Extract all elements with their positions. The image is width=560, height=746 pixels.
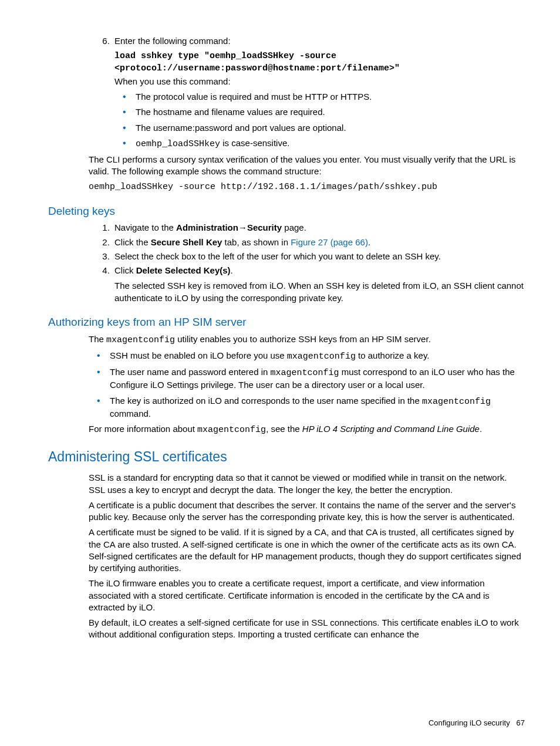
text: utility enables you to authorize SSH key… — [175, 334, 431, 344]
heading-administering-ssl: Administering SSL certificates — [48, 448, 525, 466]
cli-paragraph: The CLI performs a cursory syntax verifi… — [89, 154, 525, 178]
deleting-step-1: Navigate to the Administration→Security … — [112, 222, 525, 234]
text: Navigate to the — [114, 222, 176, 232]
italic-guide-title: HP iLO 4 Scripting and Command Line Guid… — [302, 424, 480, 434]
ssl-para-2: A certificate is a public document that … — [89, 499, 525, 524]
text: The user name and password entered in — [110, 367, 271, 377]
code-oemhp: oemhp_loadSSHkey — [136, 139, 220, 149]
command-line-2: <protocol://username:password@hostname:p… — [114, 63, 525, 75]
heading-authorizing-keys: Authorizing keys from an HP SIM server — [48, 315, 525, 330]
authorizing-more-info: For more information about mxagentconfig… — [89, 423, 525, 436]
command-line-1: load sshkey type "oemhp_loadSSHkey -sour… — [114, 50, 525, 62]
footer-page-number: 67 — [517, 718, 525, 727]
auth-bullet-1: SSH must be enabled on iLO before you us… — [107, 350, 525, 363]
text: SSH must be enabled on iLO before you us… — [110, 350, 287, 360]
text: . — [368, 237, 370, 247]
auth-bullet-2: The user name and password entered in mx… — [107, 366, 525, 391]
bold-secure-shell-key: Secure Shell Key — [151, 237, 222, 247]
deleting-step-4-para: The selected SSH key is removed from iLO… — [114, 280, 525, 304]
ssl-para-3: A certificate must be signed to be valid… — [89, 526, 525, 574]
authorizing-bullet-list: SSH must be enabled on iLO before you us… — [89, 350, 525, 420]
bullet-protocol: The protocol value is required and must … — [133, 91, 525, 103]
text: , see the — [266, 424, 302, 434]
body-column: Enter the following command: load sshkey… — [89, 35, 525, 641]
text: The — [89, 334, 106, 344]
deleting-step-2: Click the Secure Shell Key tab, as shown… — [112, 237, 525, 248]
ssl-para-1: SSL is a standard for encrypting data so… — [89, 472, 525, 496]
text: page. — [282, 222, 306, 232]
text: . — [480, 424, 482, 434]
list-item-step6: Enter the following command: load sshkey… — [112, 35, 525, 150]
deleting-step-4: Click Delete Selected Key(s). The select… — [112, 265, 525, 304]
bullet-case-sensitive: oemhp_loadSSHkey is case-sensitive. — [133, 137, 525, 150]
document-page: Enter the following command: load sshkey… — [0, 0, 560, 746]
footer-section-title: Configuring iLO security — [429, 718, 510, 727]
deleting-steps-list: Navigate to the Administration→Security … — [89, 222, 525, 304]
cli-example-command: oemhp_loadSSHkey -source http://192.168.… — [89, 181, 525, 193]
text: command. — [110, 409, 151, 418]
link-figure-27[interactable]: Figure 27 (page 66) — [291, 237, 368, 247]
heading-deleting-keys: Deleting keys — [48, 204, 525, 219]
text: The key is authorized on iLO and corresp… — [110, 396, 422, 406]
step6-intro: Enter the following command: — [114, 36, 231, 46]
bold-delete-selected: Delete Selected Key(s) — [136, 265, 231, 275]
code-mxagentconfig: mxagentconfig — [106, 335, 175, 345]
code-mxagentconfig: mxagentconfig — [287, 352, 356, 362]
bullet-username: The username:password and port values ar… — [133, 122, 525, 134]
ordered-list-step6: Enter the following command: load sshkey… — [89, 35, 525, 150]
ssl-para-4: The iLO firmware enables you to create a… — [89, 578, 525, 613]
text-case-sensitive: is case-sensitive. — [220, 138, 289, 148]
ssl-para-5: By default, iLO creates a self-signed ce… — [89, 617, 525, 641]
text: tab, as shown in — [222, 237, 291, 247]
text: to authorize a key. — [356, 350, 430, 360]
authorizing-intro: The mxagentconfig utility enables you to… — [89, 333, 525, 346]
text: . — [231, 265, 233, 275]
deleting-step-3: Select the check box to the left of the … — [112, 251, 525, 262]
page-footer: Configuring iLO security 67 — [429, 718, 525, 728]
code-mxagentconfig: mxagentconfig — [197, 425, 266, 435]
text: Click — [114, 265, 136, 275]
code-mxagentconfig: mxagentconfig — [422, 397, 491, 407]
text: For more information about — [89, 424, 197, 434]
text: Click the — [114, 237, 151, 247]
arrow: → — [238, 222, 247, 232]
when-you-use: When you use this command: — [114, 76, 525, 87]
auth-bullet-3: The key is authorized on iLO and corresp… — [107, 395, 525, 420]
command-block: load sshkey type "oemhp_loadSSHkey -sour… — [114, 50, 525, 75]
code-mxagentconfig: mxagentconfig — [271, 368, 339, 378]
bullet-hostname: The hostname and filename values are req… — [133, 106, 525, 118]
step6-bullet-list: The protocol value is required and must … — [114, 91, 525, 150]
bold-security: Security — [247, 222, 282, 232]
bold-administration: Administration — [176, 222, 238, 232]
